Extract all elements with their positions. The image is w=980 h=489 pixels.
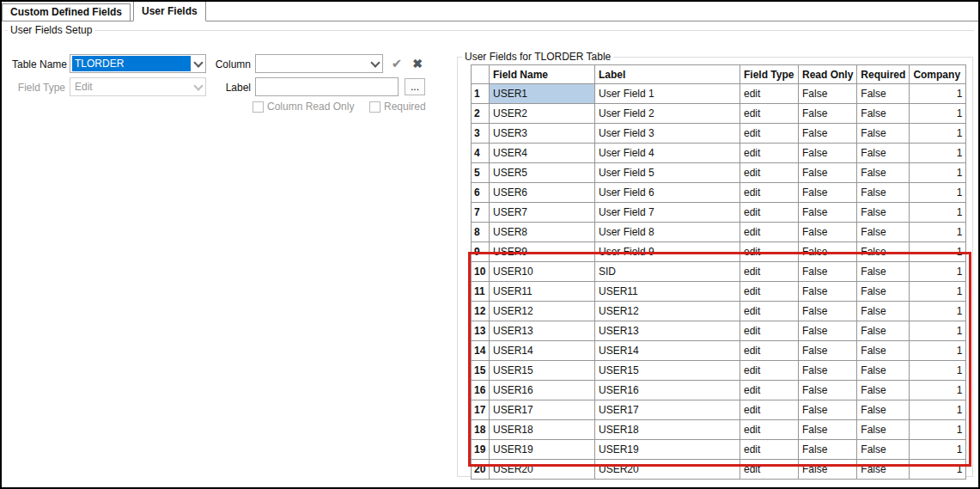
row-number[interactable]: 11	[472, 282, 490, 302]
table-name-combo[interactable]: TLORDER	[70, 54, 206, 73]
row-number[interactable]: 15	[472, 361, 490, 381]
cell[interactable]: USER19	[490, 440, 595, 460]
grid-col-header-field-name[interactable]: Field Name	[490, 65, 595, 84]
cell[interactable]: False	[857, 361, 910, 381]
cell[interactable]: USER17	[490, 400, 595, 420]
cell[interactable]: User Field 7	[595, 203, 740, 223]
cell[interactable]: False	[857, 183, 910, 203]
cell[interactable]: edit	[740, 302, 799, 321]
cell[interactable]: False	[857, 124, 910, 144]
cell[interactable]: False	[799, 321, 857, 341]
cell[interactable]: edit	[740, 144, 799, 163]
cell[interactable]: User Field 9	[595, 242, 740, 262]
cell[interactable]: False	[799, 302, 857, 321]
cell[interactable]: USER2	[490, 104, 595, 124]
cell[interactable]: 1	[910, 420, 966, 440]
tab-user-fields[interactable]: User Fields	[133, 1, 206, 21]
cell[interactable]: USER14	[595, 341, 740, 361]
cell[interactable]: SID	[595, 262, 740, 282]
cell[interactable]: USER15	[595, 361, 740, 381]
cell[interactable]: edit	[740, 381, 799, 400]
cell[interactable]: 1	[910, 440, 966, 460]
cell[interactable]: 1	[910, 203, 966, 223]
cell[interactable]: edit	[740, 104, 799, 124]
cell[interactable]: False	[799, 361, 857, 381]
row-number[interactable]: 12	[472, 302, 490, 321]
tab-custom-defined-fields[interactable]: Custom Defined Fields	[2, 3, 131, 21]
grid-col-header-label[interactable]: Label	[595, 65, 740, 84]
row-number[interactable]: 1	[472, 84, 490, 104]
cell[interactable]: User Field 2	[595, 104, 740, 124]
cell[interactable]: edit	[740, 183, 799, 203]
row-number[interactable]: 8	[472, 223, 490, 242]
grid-col-header-read-only[interactable]: Read Only	[799, 65, 857, 84]
cell[interactable]: USER10	[490, 262, 595, 282]
cell[interactable]: False	[857, 400, 910, 420]
grid-col-header-field-type[interactable]: Field Type	[740, 65, 799, 84]
cell[interactable]: USER12	[595, 302, 740, 321]
label-input[interactable]	[255, 77, 399, 96]
grid-col-header-company[interactable]: Company	[910, 65, 966, 84]
row-number[interactable]: 6	[472, 183, 490, 203]
cell[interactable]: False	[857, 282, 910, 302]
required-checkbox[interactable]	[369, 101, 380, 113]
cell[interactable]: False	[857, 440, 910, 460]
cell[interactable]: edit	[740, 163, 799, 183]
cell[interactable]: False	[857, 144, 910, 163]
cell[interactable]: edit	[740, 282, 799, 302]
cell[interactable]: edit	[740, 203, 799, 223]
cell[interactable]: False	[799, 124, 857, 144]
row-number[interactable]: 17	[472, 400, 490, 420]
cell[interactable]: USER16	[595, 381, 740, 400]
cell[interactable]: USER17	[595, 400, 740, 420]
cell[interactable]: False	[857, 321, 910, 341]
row-number[interactable]: 7	[472, 203, 490, 223]
cell[interactable]: False	[799, 163, 857, 183]
cell[interactable]: USER3	[490, 124, 595, 144]
cell[interactable]: False	[857, 242, 910, 262]
cell[interactable]: USER18	[490, 420, 595, 440]
cell[interactable]: USER12	[490, 302, 595, 321]
cell[interactable]: USER15	[490, 361, 595, 381]
cell[interactable]: edit	[740, 223, 799, 242]
cell[interactable]: User Field 5	[595, 163, 740, 183]
row-number[interactable]: 4	[472, 144, 490, 163]
cell[interactable]: False	[799, 104, 857, 124]
cell[interactable]: False	[857, 420, 910, 440]
cell[interactable]: USER5	[490, 163, 595, 183]
cell[interactable]: 1	[910, 302, 966, 321]
row-number[interactable]: 19	[472, 440, 490, 460]
cell[interactable]: 1	[910, 84, 966, 104]
cell[interactable]: 1	[910, 183, 966, 203]
cell[interactable]: User Field 3	[595, 124, 740, 144]
row-number[interactable]: 18	[472, 420, 490, 440]
row-number[interactable]: 9	[472, 242, 490, 262]
cell[interactable]: USER16	[490, 381, 595, 400]
cell[interactable]: False	[799, 282, 857, 302]
cell[interactable]: False	[857, 460, 910, 480]
cell[interactable]: False	[799, 223, 857, 242]
cell[interactable]: USER7	[490, 203, 595, 223]
cell[interactable]: 1	[910, 321, 966, 341]
cell[interactable]: False	[857, 341, 910, 361]
cell[interactable]: USER14	[490, 341, 595, 361]
cell[interactable]: edit	[740, 341, 799, 361]
row-number[interactable]: 13	[472, 321, 490, 341]
cell[interactable]: edit	[740, 124, 799, 144]
cell[interactable]: USER11	[595, 282, 740, 302]
cell[interactable]: False	[799, 203, 857, 223]
cell[interactable]: 1	[910, 242, 966, 262]
cell[interactable]: 1	[910, 460, 966, 480]
cell[interactable]: False	[799, 440, 857, 460]
cell[interactable]: False	[799, 183, 857, 203]
cell[interactable]: 1	[910, 104, 966, 124]
browse-button[interactable]: ...	[405, 78, 425, 95]
cell[interactable]: USER18	[595, 420, 740, 440]
cell[interactable]: 1	[910, 361, 966, 381]
cell[interactable]: USER8	[490, 223, 595, 242]
cell[interactable]: False	[857, 203, 910, 223]
cell[interactable]: User Field 1	[595, 84, 740, 104]
cell[interactable]: User Field 8	[595, 223, 740, 242]
cell[interactable]: False	[857, 381, 910, 400]
cell[interactable]: False	[799, 381, 857, 400]
